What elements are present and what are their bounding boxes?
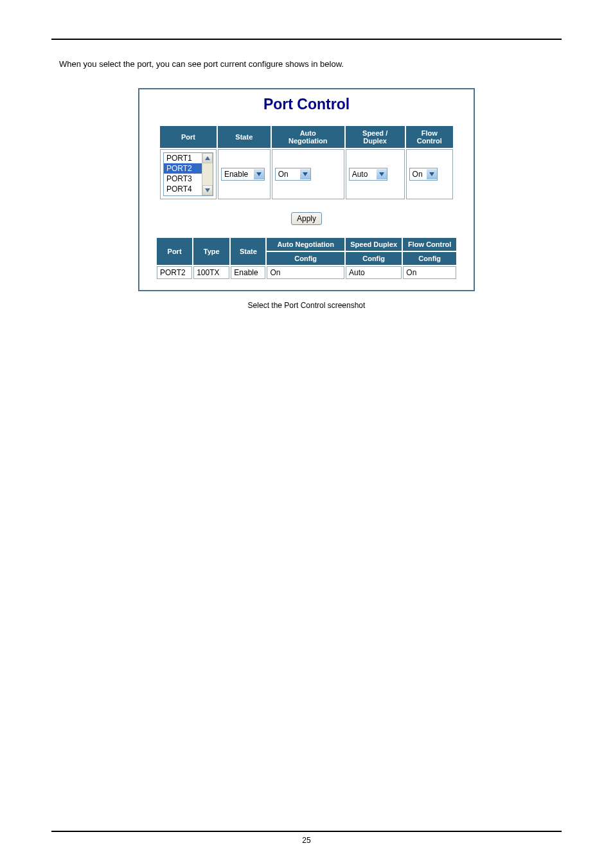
status-autoneg-header: Auto Negotiation xyxy=(267,238,344,251)
document-page: When you select the port, you can see po… xyxy=(0,0,613,868)
speed-header-line2: Duplex xyxy=(363,137,387,145)
port-option[interactable]: PORT4 xyxy=(164,184,202,194)
page-footer: 25 xyxy=(51,831,562,845)
chevron-down-icon xyxy=(300,169,310,179)
flow-cell: On xyxy=(406,149,453,199)
speed-header-line1: Speed / xyxy=(362,129,387,137)
scroll-up-icon[interactable] xyxy=(202,153,213,163)
col-port-header: Port xyxy=(160,126,217,148)
flow-select[interactable]: On xyxy=(409,168,438,181)
status-state: Enable xyxy=(231,266,265,279)
col-autoneg-header: Auto Negotiation xyxy=(272,126,344,148)
status-speed-config-header: Config xyxy=(346,252,402,265)
status-state-header: State xyxy=(231,238,265,265)
port-control-panel: Port Control Port State Auto Negotiation… xyxy=(138,88,475,291)
autoneg-cell: On xyxy=(272,149,344,199)
apply-row: Apply xyxy=(139,201,474,237)
apply-button[interactable]: Apply xyxy=(291,212,322,225)
speed-value: Auto xyxy=(350,170,377,179)
autoneg-value: On xyxy=(276,170,300,179)
autoneg-header-line2: Negotiation xyxy=(289,137,328,145)
flow-header-line1: Flow xyxy=(422,129,438,137)
status-port-header: Port xyxy=(157,238,192,265)
port-option[interactable]: PORT1 xyxy=(164,153,202,163)
status-autoneg-config-header: Config xyxy=(267,252,344,265)
flow-header-line2: Control xyxy=(417,137,442,145)
chevron-down-icon xyxy=(254,169,264,179)
header-rule xyxy=(51,39,562,40)
chevron-down-icon xyxy=(377,169,387,179)
status-speed-header: Speed Duplex xyxy=(346,238,402,251)
state-value: Enable xyxy=(222,170,254,179)
page-number: 25 xyxy=(51,836,562,845)
screenshot-wrapper: Port Control Port State Auto Negotiation… xyxy=(51,88,562,291)
chevron-down-icon xyxy=(427,169,437,179)
col-flow-header: Flow Control xyxy=(406,126,453,148)
status-speed-config: Auto xyxy=(346,266,402,279)
speed-select[interactable]: Auto xyxy=(349,168,387,181)
state-select[interactable]: Enable xyxy=(221,168,265,181)
flow-value: On xyxy=(410,170,427,179)
status-table: Port Type State Auto Negotiation Speed D… xyxy=(155,237,458,280)
port-option[interactable]: PORT2 xyxy=(164,163,202,174)
status-type: 100TX xyxy=(193,266,229,279)
intro-paragraph: When you select the port, you can see po… xyxy=(59,59,562,69)
panel-title: Port Control xyxy=(139,89,474,125)
port-scrollbar[interactable] xyxy=(202,153,213,195)
col-speed-header: Speed / Duplex xyxy=(346,126,405,148)
figure-caption: Select the Port Control screenshot xyxy=(51,301,562,310)
status-flow-config-header: Config xyxy=(403,252,456,265)
port-list-items: PORT1 PORT2 PORT3 PORT4 xyxy=(164,153,202,195)
col-state-header: State xyxy=(218,126,271,148)
status-flow-config: On xyxy=(403,266,456,279)
state-cell: Enable xyxy=(218,149,271,199)
table-row: PORT2 100TX Enable On Auto On xyxy=(157,266,456,279)
autoneg-header-line1: Auto xyxy=(300,129,316,137)
footer-rule xyxy=(51,831,562,832)
status-port: PORT2 xyxy=(157,266,192,279)
config-table: Port State Auto Negotiation Speed / Dupl… xyxy=(159,125,454,201)
port-listbox[interactable]: PORT1 PORT2 PORT3 PORT4 xyxy=(163,152,213,196)
autoneg-select[interactable]: On xyxy=(275,168,311,181)
status-autoneg-config: On xyxy=(267,266,344,279)
status-type-header: Type xyxy=(193,238,229,265)
port-option[interactable]: PORT3 xyxy=(164,174,202,184)
scroll-down-icon[interactable] xyxy=(202,185,213,195)
speed-cell: Auto xyxy=(346,149,405,199)
status-flow-header: Flow Control xyxy=(403,238,456,251)
port-select-cell: PORT1 PORT2 PORT3 PORT4 xyxy=(160,149,217,199)
